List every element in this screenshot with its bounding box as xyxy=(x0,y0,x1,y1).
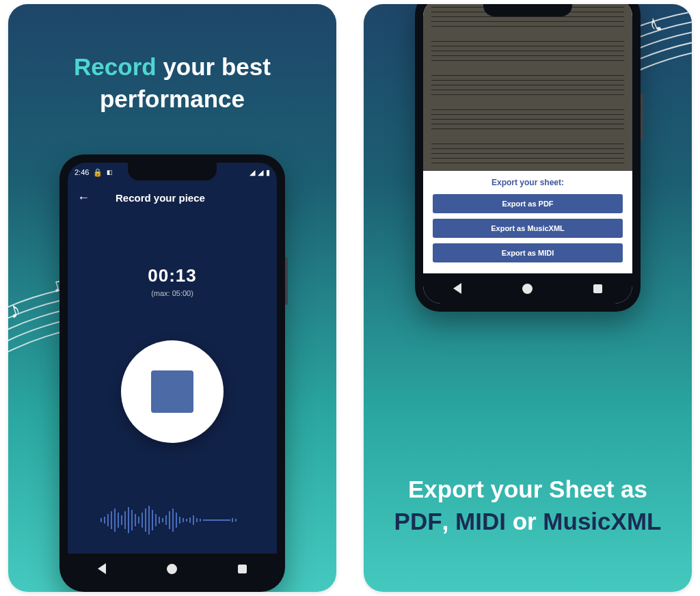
svg-rect-20 xyxy=(152,510,153,530)
headline-text-line2: performance xyxy=(100,85,245,112)
nav-home-icon[interactable] xyxy=(167,564,177,574)
svg-text:♪: ♪ xyxy=(644,8,666,39)
stop-recording-button[interactable] xyxy=(121,340,224,443)
signal-icon: ◢ xyxy=(258,168,263,177)
svg-rect-29 xyxy=(183,518,184,522)
svg-rect-37 xyxy=(235,519,237,522)
svg-rect-33 xyxy=(196,518,198,522)
svg-rect-18 xyxy=(145,509,146,532)
headline-text-line1: your best xyxy=(157,53,271,80)
nav-home-icon[interactable] xyxy=(522,284,533,294)
svg-rect-6 xyxy=(104,517,105,524)
svg-rect-26 xyxy=(172,509,174,532)
svg-rect-8 xyxy=(111,511,112,529)
svg-rect-22 xyxy=(159,517,160,524)
nav-recent-icon[interactable] xyxy=(238,565,247,573)
nav-back-icon[interactable] xyxy=(98,563,106,574)
android-nav-bar xyxy=(423,273,632,303)
lock-icon: 🔒 xyxy=(93,168,103,177)
promo-card-record: 𝄞 ♪ ♫ ♪ ♩ Record your best performance 2… xyxy=(8,4,336,592)
svg-rect-32 xyxy=(193,515,194,525)
recording-timer: 00:13 (max: 05:00) xyxy=(68,265,277,297)
status-time: 2:46 xyxy=(75,168,89,176)
svg-rect-9 xyxy=(114,509,116,532)
headline-accent-word: Record xyxy=(74,53,157,80)
svg-rect-19 xyxy=(148,506,150,534)
svg-rect-17 xyxy=(142,513,143,528)
headline-export-line1: Export your Sheet as xyxy=(408,476,647,502)
phone-notch xyxy=(483,4,572,16)
phone-notch xyxy=(128,163,217,180)
phone-mockup-export: Export your sheet: Export as PDF Export … xyxy=(415,4,641,312)
svg-rect-12 xyxy=(124,511,126,529)
headline-accent-midi: MIDI xyxy=(455,508,506,534)
app-bar: ← Record your piece xyxy=(68,182,277,213)
svg-rect-28 xyxy=(179,517,180,524)
export-drawer-title: Export your sheet: xyxy=(492,178,564,187)
timer-value: 00:13 xyxy=(68,265,277,286)
status-indicator-icon: ◧ xyxy=(107,169,113,176)
headline-record: Record your best performance xyxy=(8,51,336,116)
export-musicxml-button[interactable]: Export as MusicXML xyxy=(433,219,623,238)
svg-rect-11 xyxy=(121,515,122,525)
svg-rect-23 xyxy=(162,518,163,522)
app-bar-title: Record your piece xyxy=(116,192,205,204)
phone-screen-record: 2:46 🔒 ◧ ◢ ◢ ▮ ← Record your piece 00:13… xyxy=(68,163,277,584)
svg-rect-35 xyxy=(203,519,230,521)
svg-rect-25 xyxy=(169,511,170,529)
svg-rect-30 xyxy=(186,519,187,522)
waveform-preview-icon xyxy=(100,504,244,536)
headline-sep: or xyxy=(506,508,543,534)
svg-rect-14 xyxy=(131,510,133,530)
svg-rect-31 xyxy=(189,517,191,523)
svg-rect-21 xyxy=(155,514,157,526)
export-midi-button[interactable]: Export as MIDI xyxy=(433,243,623,262)
promo-card-export: 𝄞 ♪ ♫ ♪ ♩ Export your sheet: Export as P… xyxy=(364,4,692,592)
nav-back-icon[interactable] xyxy=(453,283,461,294)
svg-rect-34 xyxy=(200,519,201,522)
export-drawer: Export your sheet: Export as PDF Export … xyxy=(423,171,632,273)
svg-rect-36 xyxy=(232,518,233,522)
headline-export: Export your Sheet as PDF, MIDI or MusicX… xyxy=(364,473,692,538)
svg-rect-15 xyxy=(135,514,136,526)
headline-accent-musicxml: MusicXML xyxy=(543,508,661,534)
headline-accent-pdf: PDF xyxy=(394,508,442,534)
svg-rect-16 xyxy=(138,517,139,524)
export-pdf-button[interactable]: Export as PDF xyxy=(433,194,623,213)
sheet-music-preview xyxy=(423,4,632,187)
svg-rect-5 xyxy=(100,518,102,522)
headline-sep: , xyxy=(442,508,455,534)
timer-max-label: (max: 05:00) xyxy=(68,289,277,297)
stop-icon xyxy=(151,370,193,413)
svg-rect-10 xyxy=(118,513,119,528)
signal-icon: ◢ xyxy=(250,168,255,177)
nav-recent-icon[interactable] xyxy=(593,284,602,293)
phone-screen-export: Export your sheet: Export as PDF Export … xyxy=(423,4,632,303)
svg-text:♪: ♪ xyxy=(8,295,24,323)
android-nav-bar xyxy=(68,554,277,584)
back-arrow-icon[interactable]: ← xyxy=(77,191,90,205)
svg-rect-24 xyxy=(165,515,167,525)
svg-rect-27 xyxy=(176,513,177,528)
svg-rect-13 xyxy=(128,507,129,533)
phone-mockup-record: 2:46 🔒 ◧ ◢ ◢ ▮ ← Record your piece 00:13… xyxy=(59,154,285,592)
svg-rect-7 xyxy=(107,514,109,526)
battery-icon: ▮ xyxy=(266,168,270,177)
